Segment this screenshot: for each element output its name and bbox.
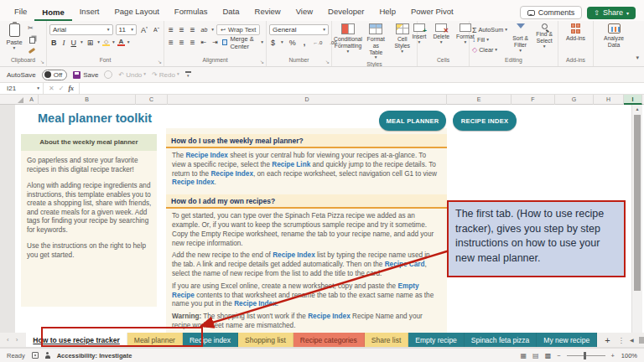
confirm-entry-button[interactable]: ✓ — [59, 85, 65, 92]
zoom-level[interactable]: 100% — [621, 352, 637, 359]
find-select-button[interactable]: Find & Select ▾ — [533, 23, 555, 56]
new-sheet-button[interactable]: + — [597, 333, 617, 347]
addins-button[interactable]: Add-ins — [564, 23, 587, 56]
inline-link[interactable]: Recipe Index — [210, 170, 253, 178]
sheet-tab-my-new-recipe[interactable]: My new recipe — [537, 333, 597, 347]
column-header-I[interactable]: I — [624, 95, 642, 105]
column-header-F[interactable]: F — [512, 95, 555, 105]
column-header-D[interactable]: D — [168, 95, 447, 105]
column-header-A[interactable]: A — [25, 95, 39, 105]
dialog-launcher-icon[interactable]: ↘ — [158, 59, 162, 65]
zoom-slider-knob[interactable] — [584, 352, 586, 359]
format-as-table-button[interactable]: Format as Table▾ — [364, 23, 388, 60]
normal-view-icon[interactable]: ▦ — [521, 352, 527, 359]
align-top-button[interactable]: ≡ — [167, 25, 175, 34]
font-size-select[interactable]: 11 ▾ — [116, 24, 137, 35]
inline-link[interactable]: Empty Recipe — [172, 282, 418, 299]
macro-record-icon[interactable] — [32, 352, 39, 359]
insert-cells-button[interactable]: + Insert▾ — [410, 23, 428, 56]
select-all-corner[interactable] — [15, 95, 25, 105]
column-header-C[interactable]: C — [136, 95, 168, 105]
zoom-out-button[interactable]: − — [557, 352, 560, 359]
collapse-ribbon-icon[interactable]: ▾ — [636, 54, 639, 61]
dialog-launcher-icon[interactable]: ↘ — [260, 59, 264, 65]
inline-link[interactable]: Recipe Index — [273, 251, 315, 259]
column-header-H[interactable]: H — [594, 95, 624, 105]
paste-button[interactable]: Paste ▾ — [3, 23, 26, 56]
font-color-button[interactable]: A — [117, 39, 125, 47]
hscroll-left-icon[interactable]: ◀ — [630, 337, 634, 343]
column-header-B[interactable]: B — [39, 95, 136, 105]
sheet-tab-recipe-categories[interactable]: Recipe categories — [293, 333, 365, 347]
redo-button[interactable]: ↷Redo▾ — [152, 71, 179, 79]
sheet-tab-recipe-index[interactable]: Recipe index — [183, 333, 238, 347]
share-button[interactable]: ⇧ Share ▾ — [587, 7, 636, 19]
inline-link[interactable]: Recipe Index — [308, 313, 351, 320]
number-format-select[interactable]: General ▾ — [269, 24, 329, 35]
meal-planner-button[interactable]: MEAL PLANNER — [379, 111, 446, 131]
sheet-tab-empty-recipe[interactable]: Empty recipe — [408, 333, 465, 347]
align-left-button[interactable]: ≡ — [167, 38, 175, 47]
ribbon-tab-power-pivot[interactable]: Power Pivot — [403, 3, 461, 21]
align-middle-button[interactable]: ≡ — [178, 25, 186, 34]
page-layout-view-icon[interactable]: ▤ — [532, 352, 539, 359]
align-center-button[interactable]: ≡ — [178, 38, 186, 47]
more-options-icon[interactable]: ⋮ — [618, 336, 626, 344]
zoom-slider[interactable] — [567, 355, 605, 356]
horizontal-scroll-thumb[interactable] — [639, 337, 644, 344]
comments-button[interactable]: Comments — [520, 6, 583, 19]
ribbon-tab-file[interactable]: File — [7, 3, 34, 21]
borders-button[interactable]: ⊞ — [86, 39, 96, 47]
sort-filter-button[interactable]: Sort & Filter ▾ — [511, 23, 530, 56]
next-sheet-icon[interactable]: › — [16, 336, 18, 344]
decrease-indent-button[interactable]: ⇤ — [200, 39, 209, 46]
accounting-format-button[interactable]: $ — [269, 39, 277, 47]
ribbon-tab-help[interactable]: Help — [371, 3, 403, 21]
ribbon-tab-developer[interactable]: Developer — [320, 3, 371, 21]
ribbon-tab-review[interactable]: Review — [247, 3, 288, 21]
clear-button[interactable]: ◇Clear▾ — [472, 45, 507, 54]
dialog-launcher-icon[interactable]: ↘ — [325, 59, 330, 65]
prev-sheet-icon[interactable]: ‹ — [7, 336, 9, 344]
save-button[interactable]: Save — [73, 71, 98, 79]
sheet-tab-meal-planner[interactable]: Meal planner — [127, 333, 183, 347]
increase-decimal-button[interactable]: ←.0 — [311, 40, 324, 45]
merge-center-button[interactable]: Merge & Center▾ — [222, 35, 263, 50]
autosum-button[interactable]: ΣAutoSum▾ — [472, 25, 507, 34]
inline-link[interactable]: Recipe Card — [385, 261, 425, 268]
font-name-select[interactable]: Arial ▾ — [49, 24, 113, 35]
align-bottom-button[interactable]: ≡ — [189, 25, 197, 34]
vertical-scrollbar[interactable]: ▴ — [631, 105, 642, 333]
ribbon-tab-data[interactable]: Data — [215, 3, 247, 21]
inline-link[interactable]: Recipe Index — [172, 178, 215, 186]
ribbon-tab-formulas[interactable]: Formulas — [167, 3, 216, 21]
grow-font-button[interactable]: Aʼ — [139, 26, 149, 34]
fill-color-button[interactable]: ◇ — [102, 39, 110, 47]
wrap-text-button[interactable]: ↩Wrap Text — [216, 24, 260, 35]
align-right-button[interactable]: ≡ — [189, 38, 197, 47]
italic-button[interactable]: I — [61, 39, 67, 47]
dialog-launcher-icon[interactable]: ↘ — [40, 59, 44, 65]
ribbon-tab-page-layout[interactable]: Page Layout — [106, 3, 166, 21]
percent-style-button[interactable]: % — [288, 39, 298, 47]
shrink-font-button[interactable]: Aˇ — [152, 27, 161, 33]
zoom-in-button[interactable]: + — [611, 352, 615, 359]
accessibility-status[interactable]: Accessibility: Investigate — [57, 352, 132, 359]
inline-link[interactable]: Recipe Link — [272, 161, 310, 168]
sheet-tab-shopping-list[interactable]: Shopping list — [238, 333, 293, 347]
conditional-formatting-button[interactable]: Conditional Formatting▾ — [335, 23, 361, 60]
page-break-view-icon[interactable]: ▩ — [545, 352, 552, 359]
sheet-tab-how-to-use-recipe-tracker[interactable]: How to use recipe tracker — [26, 333, 127, 347]
column-header-G[interactable]: G — [555, 95, 594, 105]
copy-button[interactable] — [29, 37, 35, 44]
ribbon-tab-insert[interactable]: Insert — [72, 3, 107, 21]
increase-indent-button[interactable]: ⇥ — [210, 39, 220, 46]
autosave-toggle[interactable]: Off — [42, 70, 68, 80]
sheet-tab-share-list[interactable]: Share list — [365, 333, 408, 347]
scroll-up-icon[interactable]: ▴ — [632, 105, 642, 113]
underline-button[interactable]: U — [70, 39, 79, 47]
vertical-scroll-thumb[interactable] — [634, 115, 641, 291]
cut-button[interactable]: ✂ — [28, 24, 37, 33]
recipe-index-button[interactable]: RECIPE INDEX — [453, 111, 517, 131]
comma-style-button[interactable]: , — [302, 39, 308, 47]
